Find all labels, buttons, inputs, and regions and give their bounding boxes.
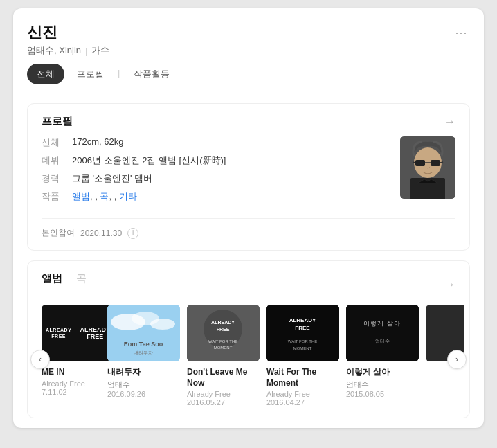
album-album-3: Already Free <box>187 390 260 398</box>
tab-separator: | <box>116 64 121 84</box>
info-icon[interactable]: i <box>127 228 138 239</box>
profile-section-title: 프로필 <box>42 115 73 128</box>
page-title: 신진 <box>27 22 109 43</box>
works-comma-2: , <box>114 191 119 201</box>
album-album-4: Already Free <box>266 390 339 398</box>
album-carousel: ‹ ALREADYFREE ME IN Already Free 7.11.02 <box>28 305 469 418</box>
subtitle: 엄태수, Xinjin | 가수 <box>27 44 109 57</box>
debut-label: 데뷔 <box>42 154 61 167</box>
svg-line-8 <box>440 162 443 163</box>
svg-rect-26 <box>346 305 419 361</box>
tab-profile[interactable]: 프로필 <box>67 64 114 84</box>
album-cover-2: Eom Tae Soo 내려두자 <box>107 305 180 361</box>
album-title-2: 내려두자 <box>107 367 180 378</box>
album-date-1: 7.11.02 <box>42 388 100 396</box>
works-label: 작품 <box>42 190 61 203</box>
album-cover-3: ALREADY FREE WAIT FOR THE MOMENT <box>187 305 260 361</box>
works-link-album[interactable]: 앨범 <box>72 191 95 201</box>
svg-rect-2 <box>410 178 445 199</box>
career-label: 경력 <box>42 172 61 185</box>
list-item[interactable]: Eom Tae Soo 내려두자 내려두자 엄태수 2016.09.26 <box>107 305 180 406</box>
height-weight-label: 신체 <box>42 136 61 149</box>
list-item[interactable]: ALREADY FREE WAIT FOR THE MOMENT Wait Fo… <box>266 305 339 406</box>
height-weight-value: 172cm, 62kg <box>72 136 123 149</box>
album-tabs: 앨범 곡 <box>42 272 87 287</box>
list-item[interactable]: ALREADYFREE ME IN Already Free 7.11.02 <box>42 305 100 406</box>
works-link-other[interactable]: 기타 <box>119 191 137 201</box>
more-button[interactable]: ⋯ <box>452 22 470 43</box>
album-date-4: 2016.04.27 <box>266 398 339 406</box>
album-arrow-icon[interactable]: → <box>444 278 455 291</box>
svg-text:ALREADY: ALREADY <box>211 320 235 325</box>
album-cover-5: 이렇게 살아 엄태수 <box>346 305 419 361</box>
svg-text:Eom Tae Soo: Eom Tae Soo <box>124 341 163 348</box>
profile-photo <box>400 136 455 199</box>
svg-text:WAIT FOR THE: WAIT FOR THE <box>288 339 318 343</box>
name-romanized: 엄태수, Xinjin <box>27 44 81 57</box>
profile-info: 신체 172cm, 62kg 데뷔 2006년 소울엔진 2집 앨범 [신시(新… <box>42 136 389 208</box>
career-value: 그룹 '소울엔진' 멤버 <box>72 172 152 185</box>
album-date-5: 2015.08.05 <box>346 390 419 398</box>
subtitle-sep: | <box>85 46 87 56</box>
album-title-1: ME IN <box>42 367 100 378</box>
profile-arrow-icon[interactable]: → <box>444 116 455 128</box>
album-section: 앨범 곡 → ‹ ALREADYFREE ME IN Already Free … <box>27 260 470 418</box>
profile-section: 프로필 → 신체 172cm, 62kg 데뷔 2006년 소울엔진 2집 앨범… <box>27 103 470 251</box>
participation-label: 본인참여 <box>42 227 75 239</box>
svg-text:엄태수: 엄태수 <box>375 339 390 344</box>
title-area: 신진 엄태수, Xinjin | 가수 <box>27 22 109 57</box>
works-row: 작품 앨범, 곡, 기타 <box>42 190 389 203</box>
participation-date: 2020.11.30 <box>80 229 122 238</box>
svg-text:MOMENT: MOMENT <box>214 346 233 350</box>
height-weight-row: 신체 172cm, 62kg <box>42 136 389 149</box>
svg-text:FREE: FREE <box>295 325 310 331</box>
participation-row: 본인참여 2020.11.30 i <box>42 218 455 239</box>
divider <box>13 93 484 93</box>
album-date-3: 2016.05.27 <box>187 398 260 406</box>
svg-rect-4 <box>415 160 425 166</box>
debut-value: 2006년 소울엔진 2집 앨범 [신시(新時)] <box>72 154 226 167</box>
album-title-4: Wait For The Moment <box>266 367 339 388</box>
profile-section-header: 프로필 → <box>42 115 455 128</box>
svg-text:FREE: FREE <box>217 327 230 332</box>
album-title-3: Don't Leave Me Now <box>187 367 260 388</box>
debut-row: 데뷔 2006년 소울엔진 2집 앨범 [신시(新時)] <box>42 154 389 167</box>
main-card: 신진 엄태수, Xinjin | 가수 ⋯ 전체 프로필 | 작품활동 프로필 … <box>13 8 484 428</box>
tab-all[interactable]: 전체 <box>27 64 64 84</box>
header: 신진 엄태수, Xinjin | 가수 ⋯ <box>27 22 470 57</box>
carousel-prev-button[interactable]: ‹ <box>30 350 50 369</box>
album-section-header: 앨범 곡 → <box>42 272 455 296</box>
career-row: 경력 그룹 '소울엔진' 멤버 <box>42 172 389 185</box>
carousel-track: ALREADYFREE ME IN Already Free 7.11.02 <box>28 305 469 406</box>
album-date-2: 2016.09.26 <box>107 390 180 398</box>
category: 가수 <box>91 44 109 57</box>
album-artist-2: 엄태수 <box>107 379 180 390</box>
svg-rect-21 <box>266 305 339 361</box>
list-item[interactable]: ALREADY FREE WAIT FOR THE MOMENT Don't L… <box>187 305 260 406</box>
album-artist-5: 엄태수 <box>346 379 419 390</box>
svg-text:WAIT FOR THE: WAIT FOR THE <box>208 339 238 343</box>
album-title-5: 이렇게 살아 <box>346 367 419 378</box>
tab-song[interactable]: 곡 <box>76 272 87 287</box>
svg-point-12 <box>150 319 175 330</box>
tab-album[interactable]: 앨범 <box>42 272 62 287</box>
svg-text:이렇게 살아: 이렇게 살아 <box>363 320 401 327</box>
profile-content: 신체 172cm, 62kg 데뷔 2006년 소울엔진 2집 앨범 [신시(新… <box>42 136 455 208</box>
svg-text:ALREADY: ALREADY <box>289 317 316 323</box>
album-cover-4: ALREADY FREE WAIT FOR THE MOMENT <box>266 305 339 361</box>
album-album-1: Already Free <box>42 379 100 388</box>
tab-works[interactable]: 작품활동 <box>124 64 179 84</box>
svg-text:MOMENT: MOMENT <box>293 346 312 350</box>
works-links: 앨범, 곡, 기타 <box>72 190 137 203</box>
svg-text:내려두자: 내려두자 <box>134 350 153 355</box>
works-link-song[interactable]: 곡 <box>100 191 114 201</box>
list-item[interactable]: 이렇게 살아 엄태수 이렇게 살아 엄태수 2015.08.05 <box>346 305 419 406</box>
album-cover-1: ALREADYFREE <box>42 305 114 361</box>
svg-rect-5 <box>431 160 440 166</box>
main-tabs: 전체 프로필 | 작품활동 <box>27 64 470 84</box>
carousel-next-button[interactable]: › <box>447 350 467 369</box>
svg-line-7 <box>413 162 415 163</box>
